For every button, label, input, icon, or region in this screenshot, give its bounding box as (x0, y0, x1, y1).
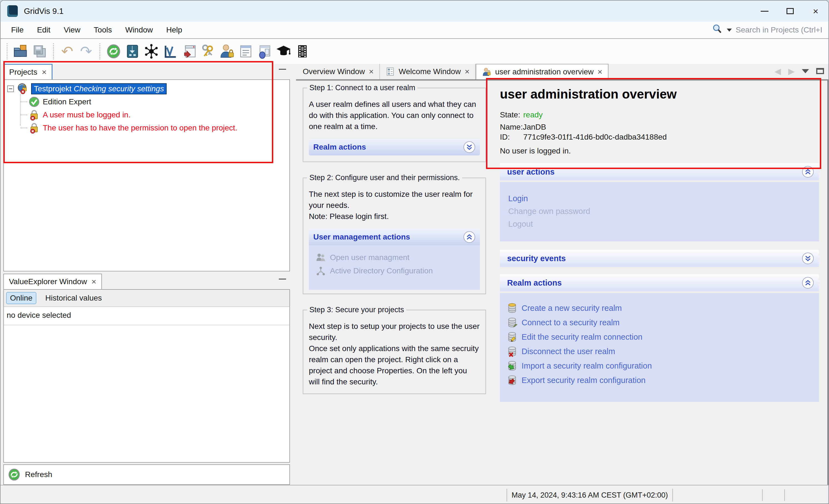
export-security-realm-configuration-action[interactable]: Export security realm configuration (507, 373, 819, 387)
window-title: GridVis 9.1 (24, 7, 64, 16)
active-directory-configuration-label: Active Directory Configuration (330, 266, 433, 275)
security-events-header[interactable]: security events (500, 250, 819, 267)
maximize-document-icon[interactable] (816, 68, 824, 74)
import-security-realm-configuration-action[interactable]: Import a security realm configuration (507, 358, 819, 373)
tab-welcome-window[interactable]: Welcome Window × (380, 64, 476, 79)
search-scope-dropdown-icon[interactable] (727, 29, 732, 32)
tree-guide-line (20, 94, 21, 125)
database-connect-icon (507, 317, 518, 328)
menu-edit[interactable]: Edit (30, 26, 57, 34)
app-logo-icon (7, 5, 18, 17)
minimize-button[interactable] (752, 1, 777, 22)
refresh-button[interactable] (105, 43, 122, 60)
app-window: GridVis 9.1 × File Edit View Tools Windo… (0, 0, 829, 504)
project-root-label[interactable]: Testprojekt Checking security settings (31, 83, 167, 94)
edit-security-realm-connection-action[interactable]: Edit the security realm connection (507, 330, 819, 344)
tree-item-permission-required[interactable]: The user has to have the permission to o… (7, 121, 289, 134)
redo-icon: ↷ (80, 44, 92, 59)
tab-projects[interactable]: Projects × (3, 64, 52, 79)
save-all-button[interactable] (31, 43, 48, 60)
collapse-chevron-icon[interactable] (802, 166, 814, 178)
import-security-realm-configuration-label: Import a security realm configuration (521, 361, 652, 371)
tab-value-explorer-close-icon[interactable]: × (92, 277, 96, 286)
expand-chevron-icon[interactable] (463, 141, 475, 153)
value-explorer-window-button[interactable] (181, 43, 198, 60)
graph-button[interactable] (161, 43, 179, 60)
user-management-button[interactable] (218, 43, 236, 60)
panel-button[interactable] (256, 43, 273, 60)
tab-projects-label: Projects (9, 68, 37, 77)
tab-projects-close-icon[interactable]: × (42, 68, 47, 77)
tab-welcome-window-close-icon[interactable]: × (465, 67, 470, 76)
tab-scroll-right-icon[interactable]: ▶ (788, 66, 795, 76)
tree-item-edition[interactable]: Edition Expert (7, 95, 289, 108)
toolbar-separator (7, 43, 7, 60)
tree-guide (21, 128, 27, 128)
step2-note: Note: Please login first. (309, 211, 480, 222)
subtab-online[interactable]: Online (6, 292, 36, 304)
active-directory-configuration-action[interactable]: Active Directory Configuration (316, 264, 480, 277)
database-disconnect-icon (507, 346, 518, 357)
tab-welcome-window-label: Welcome Window (399, 67, 461, 76)
change-own-password-action[interactable]: Change own password (508, 205, 819, 218)
logout-action[interactable]: Logout (508, 218, 819, 230)
tab-scroll-left-icon[interactable]: ◀ (774, 66, 781, 76)
menu-help[interactable]: Help (160, 26, 189, 34)
refresh-bar[interactable]: Refresh (3, 464, 290, 485)
tab-list-dropdown-icon[interactable] (802, 69, 809, 73)
tab-user-administration-overview[interactable]: user administration overview × (476, 64, 609, 79)
toolbar: ↶ ↷ (1, 39, 828, 64)
connect-security-realm-action[interactable]: Connect to a security realm (507, 315, 819, 330)
user-management-actions-header[interactable]: User management actions (309, 229, 480, 245)
value-explorer-minimize-button[interactable] (279, 279, 286, 279)
redo-button[interactable]: ↷ (77, 43, 95, 60)
create-security-realm-action[interactable]: Create a new security realm (507, 301, 819, 315)
menu-bar: File Edit View Tools Window Help Search … (1, 22, 828, 39)
collapse-chevron-icon[interactable] (463, 231, 475, 243)
open-project-button[interactable] (12, 43, 29, 60)
tab-overview-window[interactable]: Overview Window × (297, 64, 380, 79)
lock-error-icon (28, 122, 40, 134)
open-user-management-action[interactable]: Open user managment (316, 251, 480, 264)
vertical-splitter[interactable] (290, 64, 296, 485)
menu-file[interactable]: File (4, 26, 30, 34)
tab-value-explorer[interactable]: ValueExplorer Window × (3, 274, 102, 289)
menu-window[interactable]: Window (118, 26, 160, 34)
close-button[interactable]: × (803, 1, 828, 22)
user-actions-header[interactable]: user actions (500, 163, 819, 181)
tab-user-administration-overview-close-icon[interactable]: × (598, 67, 603, 77)
refresh-icon (106, 44, 121, 59)
menu-tools[interactable]: Tools (87, 26, 118, 34)
disconnect-user-realm-action[interactable]: Disconnect the user realm (507, 344, 819, 358)
step3-text-1: Next step is to setup your projects to u… (309, 321, 480, 343)
video-button[interactable] (294, 43, 311, 60)
realm-actions-header[interactable]: Realm actions (500, 274, 819, 292)
tree-item-login-required[interactable]: A user must be logged in. (7, 108, 289, 121)
id-row: ID: 771c9fe3-01f1-41d6-bd0c-dadba34188ed (500, 133, 819, 142)
tutorial-button[interactable] (275, 43, 292, 60)
export-security-realm-configuration-label: Export security realm configuration (521, 376, 645, 385)
collapse-chevron-icon[interactable] (802, 277, 814, 289)
tree-root-row[interactable]: Testprojekt Checking security settings (7, 82, 289, 95)
expand-chevron-icon[interactable] (802, 252, 814, 265)
realm-actions-title: Realm actions (507, 278, 562, 287)
undo-button[interactable]: ↶ (59, 43, 76, 60)
tab-overview-window-close-icon[interactable]: × (369, 67, 374, 76)
security-keys-icon (201, 44, 216, 59)
login-action[interactable]: Login (508, 192, 819, 205)
subtab-historical-values[interactable]: Historical values (42, 293, 105, 304)
maximize-button[interactable] (777, 1, 803, 22)
security-keys-button[interactable] (200, 43, 217, 60)
realm-actions-collapsed-header[interactable]: Realm actions (309, 139, 480, 155)
status-divider (784, 489, 785, 501)
projects-panel-minimize-button[interactable] (279, 69, 286, 70)
step3-groupbox: Step 3: Secure your projects Next step i… (303, 310, 486, 394)
id-value: 771c9fe3-01f1-41d6-bd0c-dadba34188ed (523, 133, 667, 142)
topology-button[interactable] (143, 43, 160, 60)
search-input[interactable]: Search in Projects (Ctrl+I (712, 22, 828, 38)
login-status: No user is logged in. (500, 147, 819, 155)
tree-collapse-icon[interactable] (7, 85, 14, 92)
report-button[interactable] (237, 43, 254, 60)
import-devices-button[interactable] (124, 43, 141, 60)
menu-view[interactable]: View (57, 26, 87, 34)
